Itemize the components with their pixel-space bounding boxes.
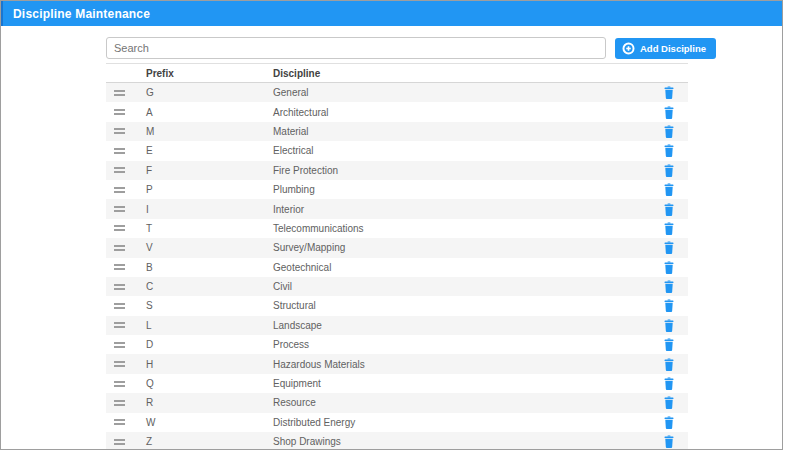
table-row: W Distributed Energy <box>106 413 688 432</box>
discipline-cell: Architectural <box>273 107 650 118</box>
drag-handle-icon[interactable] <box>114 128 125 134</box>
trash-icon <box>663 319 675 332</box>
trash-icon <box>663 299 675 312</box>
drag-handle-icon[interactable] <box>114 264 125 270</box>
discipline-cell: Fire Protection <box>273 165 650 176</box>
discipline-cell: Landscape <box>273 320 650 331</box>
table-row: M Material <box>106 122 688 141</box>
table-row: E Electrical <box>106 141 688 160</box>
delete-discipline-button[interactable] <box>663 377 675 390</box>
page-title: Discipline Maintenance <box>13 7 150 21</box>
add-discipline-label: Add Discipline <box>640 43 706 54</box>
trash-icon <box>663 241 675 254</box>
drag-handle-icon[interactable] <box>114 167 125 173</box>
delete-discipline-button[interactable] <box>663 396 675 409</box>
table-row: A Architectural <box>106 102 688 121</box>
discipline-cell: Shop Drawings <box>273 436 650 447</box>
delete-discipline-button[interactable] <box>663 416 675 429</box>
drag-handle-icon[interactable] <box>114 342 125 348</box>
prefix-cell: T <box>146 223 273 234</box>
drag-handle-icon[interactable] <box>114 322 125 328</box>
discipline-cell: Process <box>273 339 650 350</box>
table-row: L Landscape <box>106 316 688 335</box>
drag-handle-icon[interactable] <box>114 148 125 154</box>
drag-handle-icon[interactable] <box>114 206 125 212</box>
table-row: T Telecommunications <box>106 219 688 238</box>
trash-icon <box>663 280 675 293</box>
drag-handle-icon[interactable] <box>114 419 125 425</box>
toolbar: Add Discipline <box>106 37 782 59</box>
trash-icon <box>663 222 675 235</box>
drag-handle-icon[interactable] <box>114 361 125 367</box>
table-row: Q Equipment <box>106 374 688 393</box>
drag-handle-icon[interactable] <box>114 225 125 231</box>
delete-discipline-button[interactable] <box>663 358 675 371</box>
search-input[interactable] <box>106 37 606 59</box>
drag-handle-icon[interactable] <box>114 400 125 406</box>
table-row: G General <box>106 83 688 102</box>
delete-discipline-button[interactable] <box>663 86 675 99</box>
prefix-cell: D <box>146 339 273 350</box>
drag-handle-icon[interactable] <box>114 439 125 445</box>
delete-discipline-button[interactable] <box>663 299 675 312</box>
trash-icon <box>663 164 675 177</box>
delete-discipline-button[interactable] <box>663 164 675 177</box>
drag-handle-icon[interactable] <box>114 245 125 251</box>
prefix-cell: C <box>146 281 273 292</box>
drag-handle-icon[interactable] <box>114 303 125 309</box>
drag-handle-icon[interactable] <box>114 90 125 96</box>
discipline-cell: Electrical <box>273 145 650 156</box>
trash-icon <box>663 203 675 216</box>
delete-discipline-button[interactable] <box>663 435 675 448</box>
trash-icon <box>663 261 675 274</box>
drag-handle-icon[interactable] <box>114 109 125 115</box>
delete-discipline-button[interactable] <box>663 338 675 351</box>
delete-discipline-button[interactable] <box>663 125 675 138</box>
column-header-discipline: Discipline <box>273 68 650 79</box>
discipline-cell: Plumbing <box>273 184 650 195</box>
table-row: F Fire Protection <box>106 161 688 180</box>
discipline-cell: General <box>273 87 650 98</box>
delete-discipline-button[interactable] <box>663 261 675 274</box>
discipline-cell: Civil <box>273 281 650 292</box>
discipline-cell: Resource <box>273 397 650 408</box>
table-row: D Process <box>106 335 688 354</box>
delete-discipline-button[interactable] <box>663 241 675 254</box>
table-row: B Geotechnical <box>106 258 688 277</box>
table-row: I Interior <box>106 199 688 218</box>
trash-icon <box>663 358 675 371</box>
delete-discipline-button[interactable] <box>663 222 675 235</box>
trash-icon <box>663 183 675 196</box>
column-header-prefix: Prefix <box>146 68 273 79</box>
prefix-cell: S <box>146 300 273 311</box>
prefix-cell: Q <box>146 378 273 389</box>
delete-discipline-button[interactable] <box>663 203 675 216</box>
trash-icon <box>663 435 675 448</box>
prefix-cell: W <box>146 417 273 428</box>
add-discipline-button[interactable]: Add Discipline <box>615 38 716 59</box>
discipline-cell: Geotechnical <box>273 262 650 273</box>
prefix-cell: B <box>146 262 273 273</box>
prefix-cell: Z <box>146 436 273 447</box>
drag-handle-icon[interactable] <box>114 187 125 193</box>
prefix-cell: H <box>146 359 273 370</box>
discipline-cell: Structural <box>273 300 650 311</box>
delete-discipline-button[interactable] <box>663 280 675 293</box>
discipline-cell: Telecommunications <box>273 223 650 234</box>
prefix-cell: R <box>146 397 273 408</box>
drag-handle-icon[interactable] <box>114 381 125 387</box>
trash-icon <box>663 86 675 99</box>
trash-icon <box>663 338 675 351</box>
discipline-cell: Material <box>273 126 650 137</box>
delete-discipline-button[interactable] <box>663 183 675 196</box>
delete-discipline-button[interactable] <box>663 319 675 332</box>
drag-handle-icon[interactable] <box>114 284 125 290</box>
trash-icon <box>663 106 675 119</box>
delete-discipline-button[interactable] <box>663 106 675 119</box>
prefix-cell: F <box>146 165 273 176</box>
delete-discipline-button[interactable] <box>663 144 675 157</box>
table-row: V Survey/Mapping <box>106 238 688 257</box>
table-row: R Resource <box>106 393 688 412</box>
title-bar: Discipline Maintenance <box>1 1 782 26</box>
table-row: Z Shop Drawings <box>106 432 688 450</box>
